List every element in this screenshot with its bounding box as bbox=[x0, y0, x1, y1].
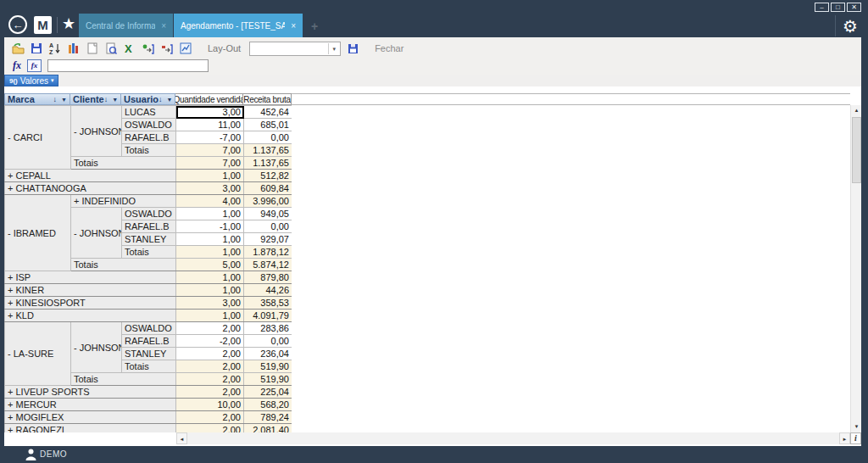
pivot-value-cell[interactable]: 1,00 bbox=[176, 310, 244, 322]
pivot-label-cell[interactable]: + LIVEUP SPORTS bbox=[5, 386, 176, 399]
pivot-value-cell[interactable]: 225,04 bbox=[244, 386, 292, 399]
pivot-label-cell[interactable]: RAFAEL.B bbox=[122, 131, 176, 144]
combo-dropdown-icon[interactable]: ▾ bbox=[328, 43, 339, 54]
pivot-value-cell[interactable]: 1,00 bbox=[176, 208, 244, 220]
pivot-value-cell[interactable]: 789,24 bbox=[244, 411, 292, 424]
pivot-value-cell[interactable]: 3,00 bbox=[176, 297, 244, 310]
pivot-value-cell[interactable]: 1,00 bbox=[176, 246, 244, 259]
tab-central-de-informacoes[interactable]: Central de Informações × bbox=[79, 14, 173, 37]
pivot-value-cell[interactable]: 3,00 bbox=[176, 182, 244, 195]
pivot-label-cell[interactable]: Totais bbox=[122, 246, 176, 259]
values-field-caret-icon[interactable]: ▾ bbox=[51, 77, 54, 84]
pivot-value-cell[interactable]: 0,00 bbox=[244, 220, 292, 233]
pivot-label-cell[interactable]: OSWALDO bbox=[122, 322, 176, 335]
pivot-label-cell[interactable]: RAFAEL.B bbox=[122, 220, 176, 233]
open-icon[interactable] bbox=[11, 42, 25, 55]
pivot-label-cell[interactable]: - LA-SURE bbox=[5, 322, 71, 386]
save-layout-icon[interactable] bbox=[346, 42, 359, 55]
preview-icon[interactable] bbox=[104, 42, 118, 55]
pivot-label-cell[interactable]: + KINER bbox=[5, 284, 176, 297]
pivot-value-cell[interactable]: 568,20 bbox=[244, 399, 292, 411]
pivot-label-cell[interactable]: OSWALDO bbox=[122, 119, 176, 131]
vertical-scrollbar[interactable]: ▲ ▼ bbox=[850, 105, 861, 432]
pivot-label-cell[interactable]: + ISP bbox=[5, 271, 176, 284]
minimize-button[interactable]: – bbox=[815, 3, 829, 12]
pivot-value-cell[interactable]: 2,00 bbox=[176, 373, 244, 386]
save-icon[interactable] bbox=[30, 42, 43, 55]
scroll-right-icon[interactable]: ► bbox=[839, 432, 850, 444]
sort-icon[interactable]: ↓ bbox=[104, 95, 108, 103]
pivot-value-cell[interactable]: 2,00 bbox=[176, 348, 244, 360]
values-field-pill[interactable]: 9() Valores ▾ bbox=[4, 75, 58, 86]
favorites-star-icon[interactable]: ★ bbox=[62, 14, 75, 33]
filter-icon[interactable]: ▼ bbox=[112, 97, 118, 103]
excel-icon[interactable]: X bbox=[123, 42, 136, 55]
tab-agendamento[interactable]: Agendamento - [TESTE_SAMUEL] × bbox=[174, 14, 303, 37]
scroll-down-icon[interactable]: ▼ bbox=[851, 421, 862, 432]
pivot-value-cell[interactable]: 452,64 bbox=[244, 106, 292, 119]
pivot-label-cell[interactable]: - JOHNSON bbox=[71, 322, 122, 373]
layout-combobox[interactable]: ▾ bbox=[249, 42, 341, 56]
pivot-value-cell[interactable]: 3.996,00 bbox=[244, 195, 292, 208]
pivot-label-cell[interactable]: + CEPALL bbox=[5, 170, 176, 182]
formula-icon[interactable]: fx bbox=[13, 59, 21, 72]
pivot-value-cell[interactable]: 5.874,12 bbox=[244, 259, 292, 271]
pivot-value-cell[interactable]: 11,00 bbox=[176, 119, 244, 131]
column-header-quantidade-vendida[interactable]: Quantidade vendida bbox=[175, 93, 243, 105]
pivot-value-cell[interactable]: 949,05 bbox=[244, 208, 292, 220]
fechar-button[interactable]: Fechar bbox=[375, 43, 403, 53]
pivot-label-cell[interactable]: + INDEFINIDO bbox=[71, 195, 176, 208]
pivot-value-cell[interactable]: 44,26 bbox=[244, 284, 292, 297]
export-add-icon[interactable] bbox=[142, 42, 155, 55]
chart-icon[interactable] bbox=[179, 42, 192, 55]
pivot-label-cell[interactable]: RAFAEL.B bbox=[122, 335, 176, 348]
pivot-label-cell[interactable]: Totais bbox=[122, 144, 176, 157]
pivot-value-cell[interactable]: 0,00 bbox=[244, 335, 292, 348]
tab-close-icon[interactable]: × bbox=[291, 21, 296, 31]
pivot-label-cell[interactable]: + KLD bbox=[5, 310, 176, 322]
export-remove-icon[interactable] bbox=[160, 42, 174, 55]
tab-close-icon[interactable]: × bbox=[161, 21, 166, 31]
filter-icon[interactable]: ▼ bbox=[166, 97, 172, 103]
pivot-value-cell[interactable]: 1,00 bbox=[176, 271, 244, 284]
pivot-value-cell[interactable]: 2.081,40 bbox=[244, 424, 292, 433]
sort-az-icon[interactable]: AZ bbox=[48, 42, 62, 55]
pivot-value-cell[interactable]: 5,00 bbox=[176, 259, 244, 271]
pivot-value-cell[interactable]: 3,00 bbox=[176, 106, 244, 119]
horizontal-scrollbar[interactable]: ◄ ► bbox=[176, 432, 850, 444]
pivot-value-cell[interactable]: 685,01 bbox=[244, 119, 292, 131]
pivot-value-cell[interactable]: 2,00 bbox=[176, 322, 244, 335]
vertical-scrollbar-thumb[interactable] bbox=[852, 117, 861, 183]
pivot-value-cell[interactable]: 609,84 bbox=[244, 182, 292, 195]
scroll-up-icon[interactable]: ▲ bbox=[851, 105, 862, 116]
pivot-value-cell[interactable]: 519,90 bbox=[244, 373, 292, 386]
pivot-label-cell[interactable]: Totais bbox=[71, 373, 176, 386]
close-button[interactable]: ✕ bbox=[847, 3, 861, 12]
pivot-value-cell[interactable]: -2,00 bbox=[176, 335, 244, 348]
pivot-value-cell[interactable]: 2,00 bbox=[176, 360, 244, 373]
pivot-label-cell[interactable]: - JOHNSON bbox=[71, 106, 122, 157]
pivot-value-cell[interactable]: 4,00 bbox=[176, 195, 244, 208]
pivot-label-cell[interactable]: STANLEY bbox=[122, 348, 176, 360]
pivot-value-cell[interactable]: -1,00 bbox=[176, 220, 244, 233]
sort-icon[interactable]: ↓ bbox=[53, 95, 58, 103]
pivot-value-cell[interactable]: 236,04 bbox=[244, 348, 292, 360]
pivot-value-cell[interactable]: 1.137,65 bbox=[244, 157, 292, 170]
gear-icon[interactable]: ⚙ bbox=[843, 17, 858, 36]
formula-input[interactable] bbox=[47, 59, 209, 72]
pivot-label-cell[interactable]: - IBRAMED bbox=[5, 195, 71, 271]
pivot-label-cell[interactable]: STANLEY bbox=[122, 233, 176, 246]
column-header-receita-bruta[interactable]: Receita bruta bbox=[243, 93, 292, 105]
pivot-label-cell[interactable]: + KINESIOSPORT bbox=[5, 297, 176, 310]
pivot-value-cell[interactable]: 1,00 bbox=[176, 284, 244, 297]
pivot-value-cell[interactable]: -7,00 bbox=[176, 131, 244, 144]
column-header-usuario[interactable]: Usuario↓▼ bbox=[121, 93, 175, 105]
pivot-value-cell[interactable]: 283,86 bbox=[244, 322, 292, 335]
pivot-label-cell[interactable]: + CHATTANOOGA bbox=[5, 182, 176, 195]
pivot-value-cell[interactable]: 2,00 bbox=[176, 424, 244, 433]
pivot-label-cell[interactable]: + MERCUR bbox=[5, 399, 176, 411]
books-icon[interactable] bbox=[67, 42, 81, 55]
pivot-value-cell[interactable]: 1,00 bbox=[176, 170, 244, 182]
pivot-value-cell[interactable]: 512,82 bbox=[244, 170, 292, 182]
app-logo-icon[interactable]: M bbox=[34, 16, 52, 34]
